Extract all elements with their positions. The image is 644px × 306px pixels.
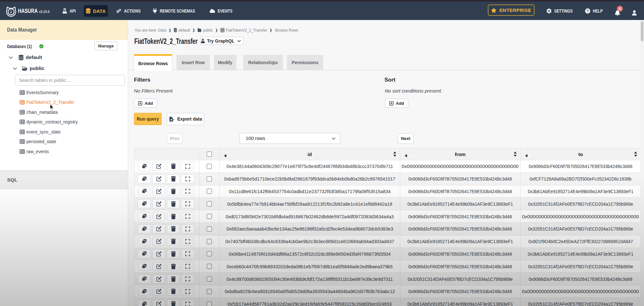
svg-text:λ: λ bbox=[10, 10, 12, 14]
